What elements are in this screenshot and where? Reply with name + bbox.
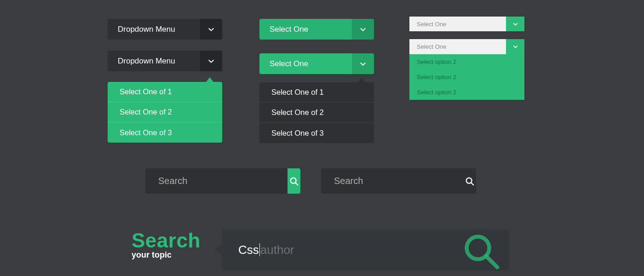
big-search-typed: Css: [238, 243, 259, 257]
svg-line-3: [471, 183, 473, 185]
select-light-open-header[interactable]: Select One: [409, 39, 524, 54]
dropdown-toggle[interactable]: [200, 19, 222, 40]
svg-line-5: [486, 256, 498, 268]
dropdown-dark-open[interactable]: Dropdown Menu: [108, 51, 222, 71]
chevron-down-icon: [359, 60, 367, 68]
search-icon: [289, 176, 299, 186]
select-light-closed[interactable]: Select One: [409, 17, 524, 31]
dropdown-toggle[interactable]: [352, 53, 374, 74]
dropdown-label: Select One: [259, 53, 352, 74]
select-option[interactable]: Select option 2: [409, 69, 524, 85]
chevron-down-icon: [359, 26, 367, 33]
dropdown-option[interactable]: Select One of 2: [108, 102, 222, 122]
search-heading: Search: [132, 229, 201, 252]
search-box-plain: [321, 168, 476, 194]
select-label: Select One: [409, 17, 506, 31]
select-toggle[interactable]: [506, 39, 524, 54]
dropdown-option[interactable]: Select One of 1: [108, 82, 222, 102]
dropdown-dark-closed[interactable]: Dropdown Menu: [108, 19, 222, 40]
svg-line-1: [295, 183, 298, 185]
chevron-down-icon: [512, 21, 518, 27]
dropdown-option[interactable]: Select One of 3: [108, 122, 222, 143]
search-icon: [462, 232, 500, 270]
select-option[interactable]: Select option 2: [409, 85, 524, 100]
dropdown-option[interactable]: Select One of 3: [259, 123, 374, 143]
search-input[interactable]: [321, 168, 463, 194]
search-button[interactable]: [288, 168, 300, 194]
select-selected: Select One: [409, 39, 506, 54]
text-cursor: [259, 243, 260, 256]
dropdown-menu-green: Select One of 1 Select One of 2 Select O…: [108, 82, 222, 143]
dropdown-menu-dark: Select One of 1 Select One of 2 Select O…: [259, 82, 374, 143]
dropdown-toggle[interactable]: [352, 19, 374, 40]
chevron-down-icon: [207, 26, 215, 33]
dropdown-label: Dropdown Menu: [108, 19, 200, 40]
dropdown-label: Dropdown Menu: [108, 51, 200, 71]
menu-pointer: [206, 77, 213, 82]
dropdown-option[interactable]: Select One of 2: [259, 103, 374, 123]
search-box-accent: [145, 168, 300, 194]
select-option[interactable]: Select option 2: [409, 54, 524, 69]
big-search-ghost: author: [260, 243, 294, 257]
speech-pointer: [215, 244, 222, 255]
dropdown-option[interactable]: Select One of 1: [259, 82, 374, 103]
dropdown-green-closed[interactable]: Select One: [259, 19, 374, 40]
search-button[interactable]: [463, 168, 476, 194]
search-input[interactable]: [145, 168, 288, 194]
big-search-box[interactable]: Cssauthor: [222, 229, 509, 270]
dropdown-green-open[interactable]: Select One: [259, 53, 374, 74]
select-toggle[interactable]: [506, 17, 524, 31]
chevron-down-icon: [512, 44, 518, 50]
search-icon: [465, 176, 475, 186]
dropdown-toggle[interactable]: [200, 51, 222, 71]
dropdown-label: Select One: [259, 19, 352, 40]
menu-pointer: [358, 78, 365, 82]
select-option-list: Select option 2 Select option 2 Select o…: [409, 54, 524, 100]
chevron-down-icon: [207, 58, 215, 65]
